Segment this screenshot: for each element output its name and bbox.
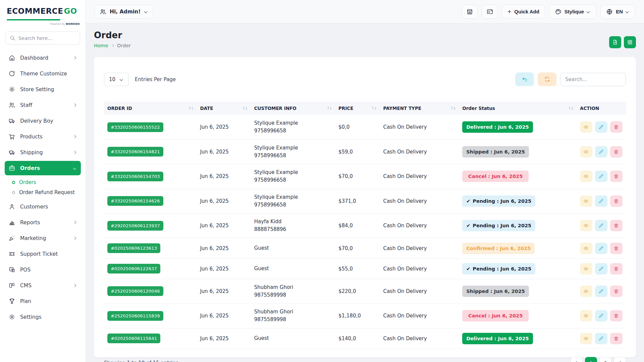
store-switcher-button[interactable]: Stylique — [549, 5, 596, 19]
view-button[interactable] — [580, 146, 592, 158]
delete-button[interactable] — [610, 220, 623, 231]
eye-icon — [583, 266, 589, 272]
table-search-input[interactable] — [560, 73, 626, 86]
admin-menu-button[interactable]: Hi, Admin! — [95, 5, 153, 18]
col-header-date: DATE — [200, 106, 213, 111]
delete-button[interactable] — [610, 146, 623, 158]
view-button[interactable] — [580, 243, 592, 254]
table-header-row: ORDER ID DATE CUSTOMER INFO PRICE PAYMEN… — [104, 102, 626, 115]
sidebar-item-settings[interactable]: Settings — [5, 310, 81, 324]
sidebar-item-delivery-boy[interactable]: Delivery Boy — [5, 114, 81, 128]
order-price: $55,0 — [338, 266, 353, 272]
sort-icon[interactable] — [327, 106, 332, 111]
edit-button[interactable] — [595, 333, 607, 344]
sidebar-item-dashboard[interactable]: Dashboard — [5, 51, 81, 65]
submenu-item-order-refund-request[interactable]: Order Refund Request — [9, 187, 81, 197]
delete-button[interactable] — [610, 263, 623, 275]
payment-type: Cash On Delivery — [383, 173, 427, 179]
sidebar-item-plan[interactable]: Plan — [5, 294, 81, 308]
sidebar-item-customers[interactable]: Customers — [5, 199, 81, 214]
sidebar-item-pos[interactable]: POS — [5, 262, 81, 277]
status-badge: Delivered : Jun 6, 2025 — [462, 121, 533, 133]
breadcrumb-home-link[interactable]: Home — [94, 43, 108, 48]
table-row: #2920250606123937 Jun 6, 2025 Hayfa Kidd… — [104, 214, 626, 238]
delete-button[interactable] — [610, 310, 623, 321]
email-button[interactable] — [482, 5, 498, 19]
order-id-badge[interactable]: #2920250606123937 — [107, 221, 163, 231]
sidebar-item-support-ticket[interactable]: Support Ticket — [5, 247, 81, 261]
delete-button[interactable] — [610, 333, 623, 344]
refresh-button[interactable] — [538, 72, 556, 86]
pagination-next-button[interactable] — [614, 357, 626, 362]
pagination-page-1-button[interactable]: 1 — [585, 357, 597, 362]
order-id-badge[interactable]: #2520250606115839 — [107, 311, 163, 321]
sidebar-search-input[interactable] — [18, 36, 76, 41]
palette-icon — [555, 8, 561, 15]
brand-logo[interactable]: ECOMMERCEGO Powered By WORKDO — [5, 5, 81, 26]
delete-button[interactable] — [610, 243, 623, 254]
sidebar-item-reports[interactable]: Reports — [5, 215, 81, 230]
sidebar-item-marketing[interactable]: Marketing — [5, 231, 81, 245]
view-button[interactable] — [580, 171, 592, 182]
sidebar-item-products[interactable]: Products — [5, 129, 81, 144]
sidebar-search[interactable] — [5, 32, 80, 45]
delete-button[interactable] — [610, 286, 623, 297]
sort-icon[interactable] — [242, 106, 247, 111]
edit-button[interactable] — [595, 171, 607, 182]
order-id-badge[interactable]: #020250606122637 — [107, 264, 160, 274]
view-button[interactable] — [580, 220, 592, 231]
order-id-badge[interactable]: #2520250606120046 — [107, 286, 163, 296]
view-button[interactable] — [580, 195, 592, 207]
edit-button[interactable] — [595, 146, 607, 158]
edit-button[interactable] — [595, 220, 607, 231]
order-id-badge[interactable]: #3320250606154626 — [107, 196, 163, 206]
storefront-button[interactable] — [462, 5, 478, 19]
sort-icon[interactable] — [188, 106, 193, 111]
pagination-page-2-button[interactable]: 2 — [599, 357, 611, 362]
view-button[interactable] — [580, 121, 592, 133]
delete-button[interactable] — [610, 121, 623, 133]
sort-icon[interactable] — [450, 106, 455, 111]
sort-icon[interactable] — [568, 106, 573, 111]
quick-add-button[interactable]: + Quick Add — [502, 5, 545, 18]
view-button[interactable] — [580, 333, 592, 344]
sort-icon[interactable] — [371, 106, 376, 111]
eye-icon — [583, 289, 589, 294]
sidebar-item-shipping[interactable]: Shipping — [5, 145, 81, 160]
edit-button[interactable] — [595, 310, 607, 321]
edit-button[interactable] — [595, 286, 607, 297]
order-id-badge[interactable]: #3320250606155522 — [107, 122, 163, 132]
undo-button[interactable] — [515, 72, 534, 86]
language-switcher-button[interactable]: EN — [600, 5, 635, 19]
order-id-badge[interactable]: #020250606123613 — [107, 243, 160, 253]
status-badge: Shipped : Jun 6, 2025 — [462, 146, 529, 158]
edit-button[interactable] — [595, 243, 607, 254]
edit-button[interactable] — [595, 263, 607, 275]
order-id-badge[interactable]: #3320250606154703 — [107, 172, 163, 181]
sidebar-item-orders[interactable]: Orders — [5, 161, 81, 175]
sidebar-item-staff[interactable]: Staff — [5, 98, 81, 112]
order-price: $70,0 — [338, 245, 353, 251]
status-badge: Pending : Jun 6, 2025 — [462, 195, 535, 207]
sidebar-item-cms[interactable]: CMS — [5, 278, 81, 293]
pagination-prev-button[interactable] — [571, 357, 583, 362]
customer-phone: 9875589998 — [254, 291, 332, 299]
edit-button[interactable] — [595, 195, 607, 207]
sidebar-item-store-setting[interactable]: Store Setting — [5, 82, 81, 97]
entries-summary: Showing 1 to 10 of 15 entries — [104, 360, 178, 362]
sidebar-item-theme-customize[interactable]: Theme Customize — [5, 66, 81, 81]
submenu-item-orders[interactable]: Orders — [9, 177, 81, 187]
edit-button[interactable] — [595, 121, 607, 133]
customer-name: Shubham Ghori — [254, 284, 332, 291]
order-id-badge[interactable]: #3320250606154821 — [107, 147, 163, 157]
view-button[interactable] — [580, 263, 592, 275]
entries-per-page-select[interactable]: 10 — [104, 73, 129, 86]
delete-button[interactable] — [610, 195, 623, 207]
export-button[interactable] — [609, 36, 621, 48]
delete-button[interactable] — [610, 171, 623, 182]
bar-chart-icon — [8, 219, 15, 226]
grid-view-button[interactable] — [624, 36, 636, 48]
order-id-badge[interactable]: #020250606115641 — [107, 334, 160, 343]
view-button[interactable] — [580, 310, 592, 321]
view-button[interactable] — [580, 286, 592, 297]
